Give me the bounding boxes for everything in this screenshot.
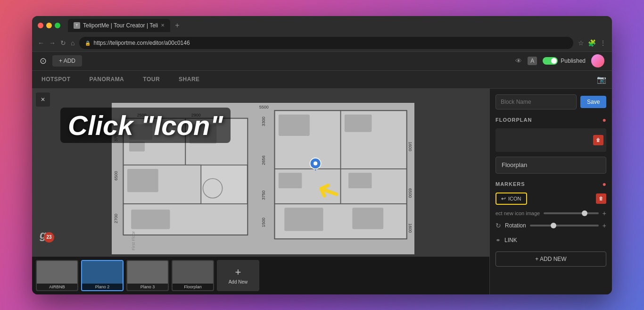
markers-row: ↩ ICON 🗑 [495, 193, 606, 205]
svg-rect-11 [131, 209, 170, 229]
svg-text:1500: 1500 [261, 218, 266, 227]
canvas-toolbar: ✕ [36, 92, 50, 107]
svg-text:6500: 6500 [408, 188, 413, 198]
select-icon-row: ect new icon image + [495, 209, 606, 217]
refresh-button[interactable]: ↻ [60, 39, 66, 47]
menu-icon[interactable]: ⋮ [600, 39, 606, 47]
rotation-label: Rotation [505, 222, 526, 229]
extensions-icon[interactable]: 🧩 [588, 39, 596, 47]
tab-hotspot[interactable]: HOTSPOT [32, 70, 80, 88]
thumbnail-add-new[interactable]: + Add New [217, 260, 259, 291]
app-logo-icon: ⊙ [40, 56, 47, 66]
tab-area: T TeliportMe | Tour Creator | Teli ✕ + [68, 19, 606, 32]
link-label: LINK [504, 237, 517, 243]
browser-tab[interactable]: T TeliportMe | Tour Creator | Teli ✕ [68, 19, 170, 32]
eye-icon[interactable]: 👁 [515, 57, 522, 65]
markers-section-title: MARKERS [495, 181, 525, 187]
instruction-overlay: Click "Icon" [60, 108, 231, 143]
tab-tour[interactable]: TOUR [133, 70, 169, 88]
floorplan-name-input[interactable] [495, 157, 606, 174]
thumbnail-floorplan[interactable]: Floorplan [172, 260, 214, 291]
address-actions: ☆ 🧩 ⋮ [578, 39, 606, 47]
floorplan-section-title: FLOORPLAN [495, 117, 532, 123]
published-toggle[interactable] [543, 57, 558, 65]
floorplan-chevron-icon[interactable]: ● [603, 116, 606, 124]
block-name-row: Save [495, 94, 606, 109]
minimize-button[interactable] [46, 23, 52, 28]
svg-text:3750: 3750 [261, 190, 266, 200]
thumbnail-plano2[interactable]: Plano 2 [81, 260, 124, 291]
tab-panorama[interactable]: PANORAMA [80, 70, 134, 88]
svg-text:1600: 1600 [408, 223, 413, 233]
maximize-button[interactable] [55, 23, 60, 28]
new-tab-button[interactable]: + [172, 21, 182, 30]
notification-badge: 23 [44, 232, 54, 243]
canvas-area[interactable]: ✕ Click "Icon" [32, 89, 489, 294]
svg-rect-23 [279, 114, 310, 135]
toolbar-icons: 👁 A [515, 57, 537, 65]
link-icon: ⚭ [495, 237, 501, 244]
close-button[interactable] [38, 23, 43, 28]
svg-text:1600: 1600 [408, 142, 413, 151]
tab-title: TeliportMe | Tour Creator | Teli [83, 22, 158, 29]
thumbnail-floorplan-label: Floorplan [173, 284, 213, 290]
add-new-button-label: + ADD NEW [535, 256, 566, 262]
svg-text:6500: 6500 [114, 171, 118, 180]
address-bar: ← → ↻ ⌂ 🔒 https://teliportme.com/editor/… [32, 35, 612, 52]
svg-rect-10 [127, 168, 158, 192]
save-icon[interactable]: A [528, 57, 537, 65]
thumbnail-airbnb[interactable]: AIRBNB [36, 260, 78, 291]
tab-share[interactable]: SHARE [169, 70, 209, 88]
save-button[interactable]: Save [580, 96, 606, 108]
thumbnails-bar: AIRBNB Plano 2 Plano 3 Floorplan + [32, 257, 489, 294]
main-content: ✕ Click "Icon" [32, 89, 612, 294]
home-button[interactable]: ⌂ [71, 39, 74, 47]
tab-favicon: T [74, 22, 80, 29]
url-text: https://teliportme.com/editor/a00c0146 [93, 40, 190, 46]
add-new-icon: + [235, 266, 241, 278]
floorplan-image-upload[interactable]: 🗑 [495, 128, 606, 152]
right-panel: Save FLOORPLAN ● 🗑 MARKERS ● ↩ [489, 89, 612, 294]
app-toolbar: ⊙ + ADD 👁 A Published [32, 52, 612, 71]
fullscreen-button[interactable]: ✕ [36, 92, 50, 107]
published-badge: Published [543, 57, 586, 65]
markers-chevron-icon[interactable]: ● [603, 180, 606, 188]
icon-slider-plus[interactable]: + [603, 209, 606, 217]
svg-text:2700: 2700 [114, 214, 118, 223]
marker-delete-button[interactable]: 🗑 [596, 193, 606, 204]
icon-chip-icon: ↩ [501, 195, 506, 202]
title-bar: T TeliportMe | Tour Creator | Teli ✕ + [32, 16, 612, 35]
floorplan-delete-button[interactable]: 🗑 [593, 135, 603, 145]
add-new-thumbnail-label: Add New [229, 279, 248, 285]
icon-size-thumb [582, 210, 587, 216]
thumbnail-plano3[interactable]: Plano 3 [126, 260, 169, 291]
svg-text:5500: 5500 [259, 105, 269, 109]
tab-close-icon[interactable]: ✕ [161, 23, 165, 28]
block-name-input[interactable] [495, 94, 577, 109]
rotation-plus[interactable]: + [603, 222, 606, 229]
link-row[interactable]: ⚭ LINK [495, 234, 606, 247]
svg-rect-7 [129, 142, 145, 151]
svg-rect-24 [345, 114, 372, 132]
back-button[interactable]: ← [38, 39, 44, 47]
camera-icon[interactable]: 📷 [597, 75, 606, 84]
svg-rect-28 [352, 208, 383, 229]
svg-text:2656: 2656 [261, 155, 266, 165]
traffic-lights [38, 23, 60, 28]
published-label: Published [561, 58, 586, 64]
forward-button[interactable]: → [49, 39, 56, 47]
svg-rect-26 [348, 173, 372, 188]
icon-chip-button[interactable]: ↩ ICON [495, 193, 527, 205]
rotation-icon: ↻ [495, 222, 501, 229]
bookmark-icon[interactable]: ☆ [578, 39, 584, 47]
icon-size-slider[interactable] [544, 212, 599, 214]
user-avatar[interactable] [591, 54, 604, 67]
svg-rect-25 [279, 173, 302, 188]
rotation-slider[interactable] [530, 225, 599, 226]
thumbnail-plano3-label: Plano 3 [127, 284, 168, 290]
add-button[interactable]: + ADD [52, 55, 82, 67]
url-bar[interactable]: 🔒 https://teliportme.com/editor/a00c0146 [79, 37, 573, 49]
nav-tabs: HOTSPOT PANORAMA TOUR SHARE 📷 [32, 71, 612, 89]
add-new-button[interactable]: + ADD NEW [495, 251, 606, 267]
thumbnail-airbnb-label: AIRBNB [37, 284, 77, 290]
